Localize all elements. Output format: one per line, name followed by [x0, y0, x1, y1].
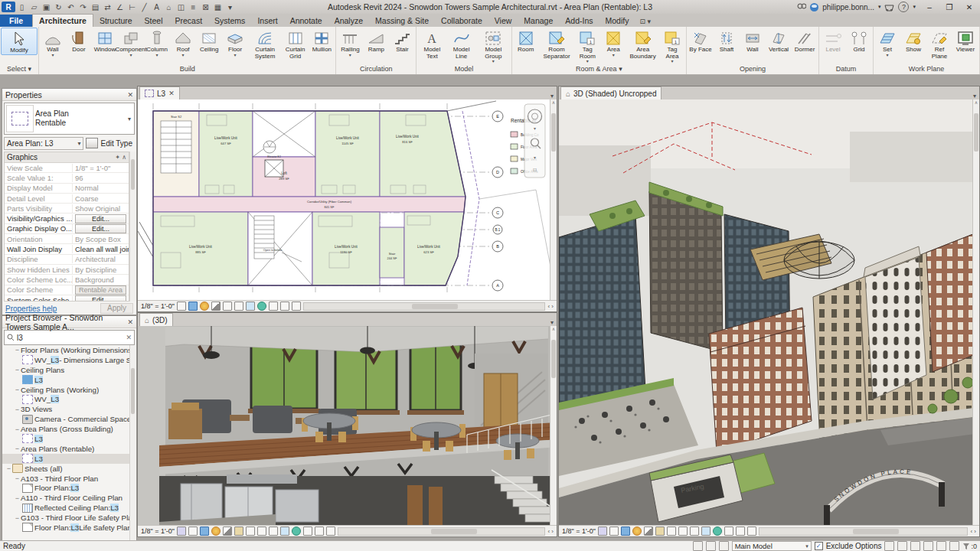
- model-line-icon[interactable]: ╱: [139, 2, 150, 12]
- project-browser-close-icon[interactable]: ✕: [127, 318, 133, 326]
- shaft-button[interactable]: Shaft: [714, 28, 740, 54]
- shaded-canvas[interactable]: Parking SNOWDON PLACE: [559, 99, 979, 526]
- visual-style-icon[interactable]: [188, 302, 198, 311]
- text-icon[interactable]: A: [151, 2, 162, 12]
- instance-selector[interactable]: Area Plan: L3 ▾: [4, 137, 83, 150]
- dropdown-arrow-icon[interactable]: ▾: [349, 54, 351, 57]
- dropdown-arrow-icon[interactable]: ▾: [130, 54, 132, 57]
- select-links-icon[interactable]: [884, 541, 894, 551]
- interior-3d-render[interactable]: [138, 326, 557, 526]
- tab-options-chevron-icon[interactable]: ▾: [547, 319, 557, 326]
- user-avatar-icon[interactable]: [810, 3, 818, 11]
- sync-with-central-icon[interactable]: ↻: [53, 2, 64, 12]
- ribbon-tab-file[interactable]: File: [0, 15, 32, 27]
- plan-canvas[interactable]: E D C B.1 B A Stair S2 Live/Work Unit 64…: [138, 99, 557, 301]
- view-scale[interactable]: 1/8" = 1'-0": [141, 302, 175, 310]
- show-crop-region-icon[interactable]: [257, 527, 266, 536]
- sketchy-lines-icon[interactable]: [655, 527, 665, 536]
- shadows-icon[interactable]: [211, 302, 220, 311]
- tree-item[interactable]: WV_L3 - Dimensions Large Scale: [2, 355, 130, 365]
- tree-category[interactable]: −A110 - Third Floor Ceiling Plan: [2, 493, 130, 503]
- section-icon[interactable]: ◫: [175, 2, 187, 12]
- ribbon-tab-collaborate[interactable]: Collaborate: [435, 15, 488, 27]
- view-tab-l3[interactable]: L3 ✕: [139, 86, 180, 99]
- show-button[interactable]: Show: [900, 28, 926, 54]
- component-button[interactable]: Component▾: [118, 28, 144, 57]
- ribbon-tab-precast[interactable]: Precast: [169, 15, 209, 27]
- horizontal-scrollbar[interactable]: [338, 527, 546, 536]
- room-separator-button[interactable]: Room Separator: [539, 28, 575, 60]
- aligned-dimension-icon[interactable]: ⊢: [126, 2, 138, 12]
- close-button[interactable]: ✕: [960, 2, 978, 13]
- tree-item[interactable]: Floor Plan: L3 Life Safety Plan: [2, 523, 130, 533]
- by-face-button[interactable]: By Face: [688, 28, 714, 54]
- crop-view-icon[interactable]: [246, 527, 255, 536]
- scroll-arrows[interactable]: ‹ ›: [970, 528, 976, 535]
- ribbon-tab-systems[interactable]: Systems: [208, 15, 251, 27]
- tag-room-button[interactable]: 1Tag Room▾: [574, 28, 600, 64]
- room-647[interactable]: [199, 111, 253, 197]
- type-selector[interactable]: Area Plan Rentable ▾: [4, 103, 135, 135]
- tree-item[interactable]: L3: [2, 375, 130, 385]
- signed-in-user[interactable]: philippe.bonn...: [822, 3, 874, 11]
- undo-icon[interactable]: ↶: [65, 2, 77, 12]
- dropdown-arrow-icon[interactable]: ▾: [182, 54, 185, 57]
- tree-category[interactable]: −G103 - Third Floor Life Safety Plan: [2, 513, 130, 523]
- tree-category[interactable]: −Area Plans (Rentable): [2, 444, 130, 454]
- tree-category[interactable]: −3D Views: [2, 404, 130, 414]
- detail-level-icon[interactable]: [188, 527, 198, 536]
- properties-close-icon[interactable]: ✕: [127, 91, 133, 99]
- ribbon-tab-add-ins[interactable]: Add-Ins: [559, 15, 599, 27]
- area-boundary-button[interactable]: Area Boundary: [626, 28, 659, 60]
- room-1190[interactable]: [312, 212, 380, 285]
- temporary-view-properties-icon[interactable]: [280, 302, 289, 311]
- sun-path-icon[interactable]: [211, 527, 220, 536]
- detail-level-icon[interactable]: [177, 302, 186, 311]
- editable-only-icon[interactable]: [693, 541, 703, 551]
- room-corridor[interactable]: [153, 197, 466, 212]
- ribbon-tab-modify[interactable]: Modify: [599, 15, 635, 27]
- collapse-icon[interactable]: −: [14, 406, 21, 413]
- scroll-arrows[interactable]: ‹ ›: [547, 303, 554, 310]
- floor-button[interactable]: Floor▾: [222, 28, 248, 57]
- ribbon-tab-massing-site[interactable]: Massing & Site: [369, 15, 435, 27]
- exclude-options-checkbox[interactable]: ✓: [815, 542, 823, 550]
- collapse-icon[interactable]: −: [14, 514, 21, 522]
- clear-search-icon[interactable]: ✕: [126, 334, 132, 341]
- ramp-button[interactable]: Ramp: [363, 28, 389, 54]
- property-row-system-color-sche[interactable]: System Color Sche...Edit...: [5, 295, 129, 302]
- worksharing-display-icon[interactable]: [724, 527, 733, 536]
- collapse-icon[interactable]: −: [14, 494, 21, 502]
- active-design-option-select[interactable]: Main Model▾: [732, 541, 812, 551]
- wall-button[interactable]: Wall: [740, 28, 766, 54]
- mullion-button[interactable]: Mullion: [309, 28, 335, 54]
- browser-scrollbar[interactable]: [129, 345, 136, 540]
- view-tab-3d-shaded[interactable]: ⌂ 3D (Shaded) Uncropped: [560, 86, 662, 99]
- model-group-button[interactable]: Model Group▾: [476, 28, 511, 64]
- ribbon-tab-structure[interactable]: Structure: [93, 15, 139, 27]
- show-crop-region-icon[interactable]: [234, 302, 243, 311]
- show-rendering-dialog-icon[interactable]: [177, 527, 186, 536]
- plan-vertical-scrollbar[interactable]: ∧: [550, 99, 557, 301]
- tree-category[interactable]: −Area Plans (Gross Building): [2, 424, 130, 434]
- design-options-icon[interactable]: [719, 541, 729, 551]
- dropdown-arrow-icon[interactable]: ▾: [51, 54, 54, 57]
- camera-vertical-scrollbar[interactable]: ∧: [550, 326, 557, 526]
- tree-category[interactable]: −Ceiling Plans (Working): [2, 385, 130, 395]
- room-816[interactable]: [380, 111, 466, 197]
- redo-icon[interactable]: ↷: [77, 2, 89, 12]
- tree-category[interactable]: −Sheets (all): [2, 464, 130, 474]
- dropdown-arrow-icon[interactable]: ▾: [156, 54, 158, 57]
- reveal-constraints-icon[interactable]: [747, 527, 756, 536]
- minimize-button[interactable]: –: [920, 2, 939, 13]
- scroll-arrows[interactable]: ‹ ›: [547, 528, 554, 535]
- app-store-icon[interactable]: [884, 3, 894, 11]
- transfer-icon[interactable]: ⇄: [102, 2, 113, 12]
- tag-area-button[interactable]: 1Tag Area▾: [659, 28, 685, 64]
- tab-options-chevron-icon[interactable]: ▾: [547, 93, 557, 99]
- crop-view-icon[interactable]: [667, 527, 676, 536]
- temporary-view-properties-icon[interactable]: [736, 527, 745, 536]
- shadows-icon[interactable]: [223, 527, 232, 536]
- select-underlay-elements-icon[interactable]: [897, 541, 907, 551]
- properties-scrollbar[interactable]: [129, 152, 136, 302]
